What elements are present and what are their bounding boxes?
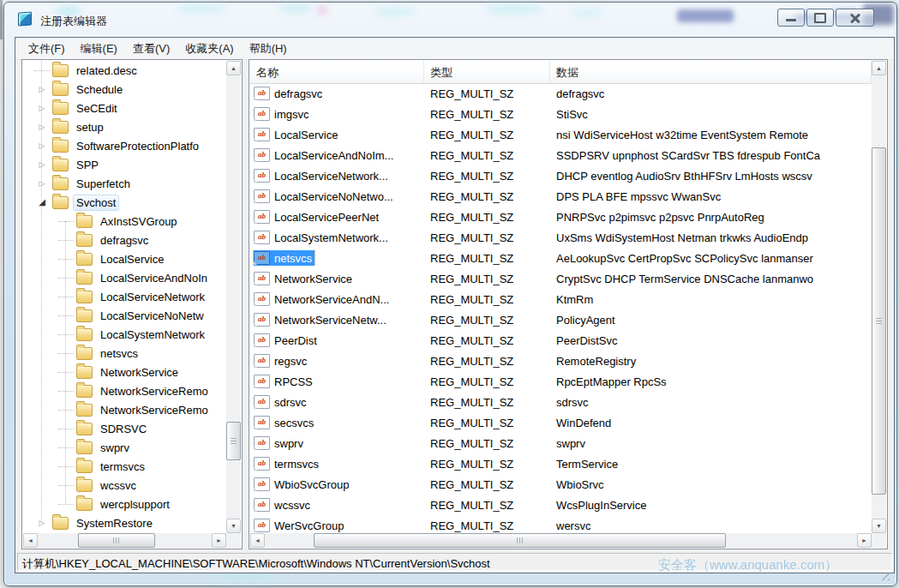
tree-hscroll-thumb[interactable] [78, 533, 155, 548]
scroll-left-arrow-icon[interactable]: ◄ [23, 533, 38, 548]
registry-value-row[interactable]: abLocalServiceAndNoIm...REG_MULTI_SZSSDP… [250, 145, 872, 165]
registry-value-row[interactable]: abregsvcREG_MULTI_SZRemoteRegistry [250, 351, 872, 371]
column-header-2[interactable]: 类型 [424, 61, 550, 83]
value-data: nsi WdiServiceHost w32time EventSystem R… [550, 129, 872, 141]
list-vscroll-thumb[interactable] [872, 147, 886, 495]
title-bar[interactable]: 注册表编辑器 [4, 3, 896, 35]
tree-collapsed-expander-icon[interactable]: ▷ [34, 117, 50, 136]
column-header-1[interactable]: 名称 [250, 61, 424, 83]
value-data: WcsPlugInService [550, 499, 872, 512]
registry-value-row[interactable]: abdefragsvcREG_MULTI_SZdefragsvc [250, 83, 872, 104]
scroll-up-arrow-icon[interactable]: ▲ [872, 61, 886, 75]
folder-icon [76, 385, 93, 398]
tree-item[interactable]: defragsvc [23, 231, 226, 249]
registry-value-row[interactable]: abswprvREG_MULTI_SZswprv [250, 433, 872, 453]
value-name-wrap: absecsvcs [254, 415, 316, 430]
registry-value-row[interactable]: abPeerDistREG_MULTI_SZPeerDistSvc [250, 330, 872, 351]
scroll-down-arrow-icon[interactable]: ▼ [226, 519, 241, 533]
tree-horizontal-scrollbar[interactable]: ◄ ► [23, 533, 226, 548]
registry-value-row[interactable]: abLocalSystemNetwork...REG_MULTI_SZUxSms… [250, 227, 872, 248]
registry-value-row[interactable]: abnetsvcsREG_MULTI_SZAeLookupSvc CertPro… [250, 248, 872, 268]
tree-item[interactable]: AxInstSVGroup [23, 212, 226, 231]
scroll-down-arrow-icon[interactable]: ▼ [872, 519, 886, 533]
tree-item[interactable]: LocalService [23, 249, 226, 268]
tree-collapsed-expander-icon[interactable]: ▷ [34, 80, 50, 99]
tree-item[interactable]: ▷Superfetch [23, 174, 226, 193]
registry-editor-app-icon[interactable] [18, 11, 32, 26]
tree-item[interactable]: SDRSVC [23, 419, 226, 438]
menu-item-5[interactable]: 帮助(H) [242, 38, 295, 60]
tree-item[interactable]: LocalServiceNoNetw [23, 306, 226, 325]
scroll-right-arrow-icon[interactable]: ► [212, 533, 226, 548]
tree-item[interactable]: netsvcs [23, 344, 226, 363]
string-value-icon: ab [254, 457, 270, 471]
tree-collapsed-expander-icon[interactable]: ▷ [34, 155, 50, 174]
scroll-right-arrow-icon[interactable]: ► [857, 533, 872, 548]
tree-item[interactable]: ▷SeCEdit [23, 99, 226, 117]
registry-value-row[interactable]: abtermsvcsREG_MULTI_SZTermService [250, 453, 872, 474]
scroll-left-arrow-icon[interactable]: ◄ [250, 533, 265, 548]
tree-item[interactable]: LocalSystemNetwork [23, 325, 226, 344]
value-data: CryptSvc DHCP TermService DNSCache lanma… [550, 273, 872, 285]
value-name-wrap: abtermsvcs [254, 456, 321, 471]
registry-tree-pane: related.desc▷Schedule▷SeCEdit▷setup▷Soft… [21, 59, 243, 549]
column-header-3[interactable]: 数据 [550, 61, 872, 83]
tree-item-label: LocalServiceNetwork [98, 290, 207, 304]
tree-item[interactable]: ▷SPP [23, 155, 226, 174]
tree-item[interactable]: LocalServiceAndNoIn [23, 268, 226, 287]
registry-value-row[interactable]: abwcssvcREG_MULTI_SZWcsPlugInService [250, 495, 872, 515]
list-horizontal-scrollbar[interactable]: ◄ ► [250, 533, 872, 548]
tree-item[interactable]: ▷setup [23, 117, 226, 136]
registry-value-row[interactable]: absecsvcsREG_MULTI_SZWinDefend [250, 412, 872, 433]
tree-item[interactable]: ◢Svchost [23, 193, 226, 212]
tree-item[interactable]: ▷Schedule [23, 80, 226, 99]
tree-item[interactable]: wcssvc [23, 476, 226, 495]
tree-collapsed-expander-icon[interactable]: ▷ [34, 99, 50, 117]
menu-item-4[interactable]: 收藏夹(A) [177, 38, 241, 60]
registry-value-row[interactable]: abNetworkServiceNetw...REG_MULTI_SZPolic… [250, 309, 872, 330]
scroll-up-arrow-icon[interactable]: ▲ [226, 61, 241, 75]
value-name: swprv [274, 437, 303, 450]
string-value-icon: ab [254, 498, 270, 512]
registry-value-row[interactable]: abRPCSSREG_MULTI_SZRpcEptMapper RpcSs [250, 371, 872, 392]
value-data: PeerDistSvc [550, 334, 872, 347]
tree-collapsed-expander-icon[interactable]: ▷ [34, 174, 50, 193]
tree-item[interactable]: swprv [23, 438, 226, 457]
registry-value-row[interactable]: abLocalServiceREG_MULTI_SZnsi WdiService… [250, 124, 872, 145]
registry-value-row[interactable]: abLocalServiceNoNetwo...REG_MULTI_SZDPS … [250, 186, 872, 207]
tree-vscroll-thumb[interactable] [226, 422, 241, 460]
tree-item[interactable]: termsvcs [23, 457, 226, 476]
tree-item[interactable]: wercplsupport [23, 495, 226, 513]
registry-value-row[interactable]: abWerSvcGroupREG_MULTI_SZwersvc [250, 515, 872, 533]
close-button[interactable] [836, 9, 874, 27]
tree-item[interactable]: NetworkService [23, 363, 226, 381]
tree-collapsed-expander-icon[interactable]: ▷ [34, 513, 50, 532]
tree-item[interactable]: ▷SystemRestore [23, 513, 226, 532]
registry-value-row[interactable]: abNetworkServiceREG_MULTI_SZCryptSvc DHC… [250, 268, 872, 289]
registry-value-row[interactable]: abNetworkServiceAndN...REG_MULTI_SZKtmRm [250, 289, 872, 309]
list-hscroll-thumb[interactable] [314, 533, 726, 548]
maximize-button[interactable] [806, 9, 834, 27]
registry-value-row[interactable]: abWbioSvcGroupREG_MULTI_SZWbioSrvc [250, 474, 872, 495]
tree-item[interactable]: NetworkServiceRemo [23, 381, 226, 400]
minimize-button[interactable] [777, 9, 805, 27]
tree-collapsed-expander-icon[interactable]: ▷ [34, 136, 50, 155]
menu-item-1[interactable]: 文件(F) [21, 38, 73, 60]
menu-item-3[interactable]: 查看(V) [125, 38, 177, 60]
menu-item-2[interactable]: 编辑(E) [73, 38, 125, 60]
list-body[interactable]: abdefragsvcREG_MULTI_SZdefragsvcabimgsvc… [250, 83, 872, 533]
tree-item[interactable]: LocalServiceNetwork [23, 287, 226, 306]
value-name: NetworkServiceAndN... [274, 293, 389, 306]
registry-value-row[interactable]: abLocalServicePeerNetREG_MULTI_SZPNRPSvc… [250, 207, 872, 227]
tree-vertical-scrollbar[interactable]: ▲ ▼ [226, 61, 241, 533]
registry-value-row[interactable]: absdrsvcREG_MULTI_SZsdrsvc [250, 392, 872, 412]
tree-expanded-expander-icon[interactable]: ◢ [34, 193, 50, 212]
registry-value-row[interactable]: abLocalServiceNetwork...REG_MULTI_SZDHCP… [250, 165, 872, 186]
tree-view[interactable]: related.desc▷Schedule▷SeCEdit▷setup▷Soft… [23, 61, 226, 533]
tree-item[interactable]: NetworkServiceRemo [23, 400, 226, 419]
list-vertical-scrollbar[interactable]: ▲ ▼ [872, 61, 886, 533]
tree-item[interactable]: related.desc [23, 61, 226, 80]
registry-value-row[interactable]: abimgsvcREG_MULTI_SZStiSvc [250, 104, 872, 124]
tree-connector-line [58, 391, 74, 392]
tree-item[interactable]: ▷SoftwareProtectionPlatfo [23, 136, 226, 155]
